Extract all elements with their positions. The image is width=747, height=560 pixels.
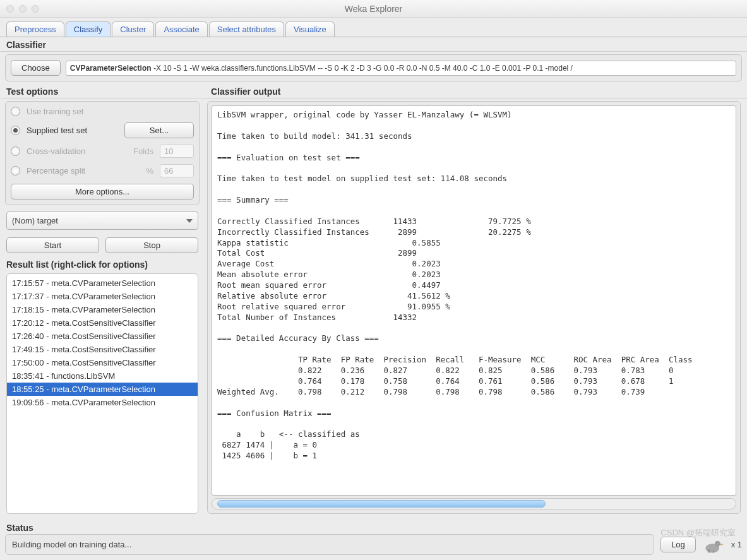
classifier-algo-name: CVParameterSelection bbox=[70, 64, 152, 73]
list-item[interactable]: 17:17:37 - meta.CVParameterSelection bbox=[7, 290, 198, 303]
horizontal-scrollbar[interactable] bbox=[212, 498, 736, 509]
svg-point-1 bbox=[714, 540, 720, 546]
tab-visualize[interactable]: Visualize bbox=[285, 21, 335, 37]
log-button[interactable]: Log bbox=[660, 537, 696, 552]
classifier-output-title: Classifier output bbox=[205, 84, 747, 98]
status-title: Status bbox=[0, 520, 747, 534]
tab-associate[interactable]: Associate bbox=[155, 21, 207, 37]
test-options-title: Test options bbox=[0, 84, 205, 98]
tab-preprocess[interactable]: Preprocess bbox=[6, 21, 64, 37]
classifier-algo-args: -X 10 -S 1 -W weka.classifiers.functions… bbox=[152, 64, 573, 73]
list-item[interactable]: 17:20:12 - meta.CostSensitiveClassifier bbox=[7, 316, 198, 330]
opt-percentage-split[interactable]: Percentage split % 66 bbox=[11, 164, 194, 177]
tab-cluster[interactable]: Cluster bbox=[112, 21, 154, 37]
pct-symbol: % bbox=[146, 166, 153, 176]
activity-count: x 1 bbox=[731, 540, 742, 549]
start-button[interactable]: Start bbox=[6, 237, 99, 253]
status-text: Building model on training data... bbox=[5, 534, 654, 555]
opt-pct-label: Percentage split bbox=[27, 166, 85, 176]
classifier-output-text[interactable]: LibSVM wrapper, original code by Yasser … bbox=[212, 105, 736, 496]
opt-supplied-label: Supplied test set bbox=[27, 126, 87, 135]
weka-bird-icon bbox=[702, 535, 725, 554]
folds-input[interactable]: 10 bbox=[160, 145, 194, 158]
opt-supplied-test[interactable]: Supplied test set Set... bbox=[11, 122, 194, 138]
chevron-down-icon bbox=[186, 219, 193, 223]
opt-cross-val-label: Cross-validation bbox=[27, 146, 85, 156]
opt-cross-validation[interactable]: Cross-validation Folds 10 bbox=[11, 145, 194, 158]
target-attribute-label: (Nom) target bbox=[12, 216, 58, 225]
list-item[interactable]: 17:15:57 - meta.CVParameterSelection bbox=[7, 277, 198, 290]
svg-marker-2 bbox=[720, 544, 723, 545]
tab-select-attributes[interactable]: Select attributes bbox=[209, 21, 284, 37]
set-button[interactable]: Set... bbox=[124, 122, 194, 138]
radio-icon[interactable] bbox=[11, 107, 20, 116]
list-item[interactable]: 17:50:00 - meta.CostSensitiveClassifier bbox=[7, 356, 198, 369]
stop-button[interactable]: Stop bbox=[105, 237, 198, 253]
opt-use-training[interactable]: Use training set bbox=[11, 107, 194, 116]
list-item[interactable]: 17:26:40 - meta.CostSensitiveClassifier bbox=[7, 330, 198, 343]
list-item[interactable]: 19:09:56 - meta.CVParameterSelection bbox=[7, 396, 198, 409]
list-item[interactable]: 18:35:41 - functions.LibSVM bbox=[7, 369, 198, 383]
result-list[interactable]: 17:15:57 - meta.CVParameterSelection 17:… bbox=[6, 273, 198, 514]
classifier-section-title: Classifier bbox=[0, 37, 747, 52]
opt-use-training-label: Use training set bbox=[27, 107, 83, 116]
test-options-panel: Use training set Supplied test set Set..… bbox=[5, 101, 200, 205]
result-list-title: Result list (right-click for options) bbox=[0, 257, 205, 271]
list-item[interactable]: 18:55:25 - meta.CVParameterSelection bbox=[7, 383, 198, 396]
pct-input[interactable]: 66 bbox=[160, 164, 194, 177]
folds-label: Folds bbox=[133, 146, 153, 156]
list-item[interactable]: 17:18:15 - meta.CVParameterSelection bbox=[7, 303, 198, 316]
classifier-panel: Choose CVParameterSelection -X 10 -S 1 -… bbox=[5, 54, 742, 81]
radio-icon[interactable] bbox=[11, 146, 20, 156]
window-title: Weka Explorer bbox=[0, 4, 747, 14]
classifier-string[interactable]: CVParameterSelection -X 10 -S 1 -W weka.… bbox=[66, 61, 736, 76]
list-item[interactable]: 17:49:15 - meta.CostSensitiveClassifier bbox=[7, 343, 198, 356]
classifier-output-panel: LibSVM wrapper, original code by Yasser … bbox=[207, 101, 741, 514]
radio-icon[interactable] bbox=[11, 166, 20, 176]
scrollbar-thumb[interactable] bbox=[217, 500, 546, 508]
target-attribute-dropdown[interactable]: (Nom) target bbox=[6, 211, 198, 230]
main-tabs: Preprocess Classify Cluster Associate Se… bbox=[0, 18, 747, 37]
more-options-button[interactable]: More options... bbox=[11, 184, 194, 200]
titlebar: Weka Explorer bbox=[0, 0, 747, 18]
radio-icon[interactable] bbox=[11, 126, 20, 135]
choose-button[interactable]: Choose bbox=[11, 60, 61, 76]
tab-classify[interactable]: Classify bbox=[66, 21, 111, 37]
